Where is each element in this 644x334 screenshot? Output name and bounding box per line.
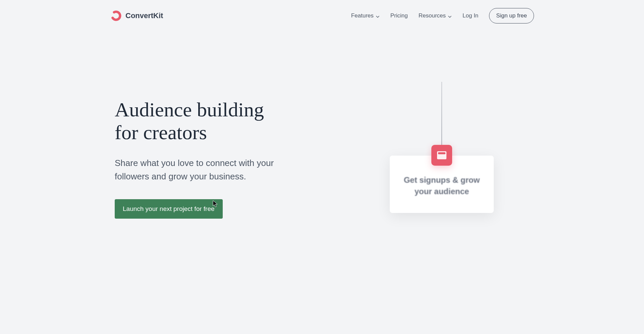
hero-illustration: Get signups & grow your audience: [350, 99, 534, 219]
hero-section: Audience building for creators Share wha…: [67, 32, 577, 219]
nav-pricing-label: Pricing: [390, 12, 408, 19]
brand-logo[interactable]: ConvertKit: [110, 10, 163, 22]
hero-subtitle: Share what you love to connect with your…: [115, 156, 282, 183]
brand-name: ConvertKit: [125, 11, 163, 20]
card-text: Get signups & grow your audience: [403, 174, 480, 197]
card-text-line2: your audience: [415, 187, 469, 196]
nav-login-label: Log In: [463, 12, 478, 19]
nav-resources[interactable]: Resources: [419, 12, 452, 19]
hero-title-line1: Audience building: [115, 99, 264, 121]
hero-content: Audience building for creators Share wha…: [115, 99, 323, 219]
chevron-down-icon: [448, 14, 452, 18]
hero-title-line2: for creators: [115, 121, 207, 144]
chevron-down-icon: [376, 14, 380, 18]
nav-resources-label: Resources: [419, 12, 446, 19]
connector-line: [441, 82, 442, 152]
signup-button[interactable]: Sign up free: [489, 8, 534, 23]
launch-project-button[interactable]: Launch your next project for free: [115, 199, 223, 219]
nav-features-label: Features: [351, 12, 374, 19]
nav-pricing[interactable]: Pricing: [390, 12, 408, 19]
svg-point-0: [111, 10, 122, 21]
card-text-line1: Get signups & grow: [404, 175, 480, 184]
nav-features[interactable]: Features: [351, 12, 380, 19]
main-nav: Features Pricing Resources Log In Sign u…: [351, 8, 534, 23]
form-icon: [437, 151, 446, 159]
site-header: ConvertKit Features Pricing Resources Lo…: [67, 0, 577, 32]
card-icon-wrapper: [431, 145, 452, 166]
hero-title: Audience building for creators: [115, 99, 323, 144]
logo-icon: [110, 10, 122, 22]
cursor-icon: [212, 200, 219, 208]
nav-login[interactable]: Log In: [463, 12, 478, 19]
signup-card: Get signups & grow your audience: [390, 156, 494, 213]
